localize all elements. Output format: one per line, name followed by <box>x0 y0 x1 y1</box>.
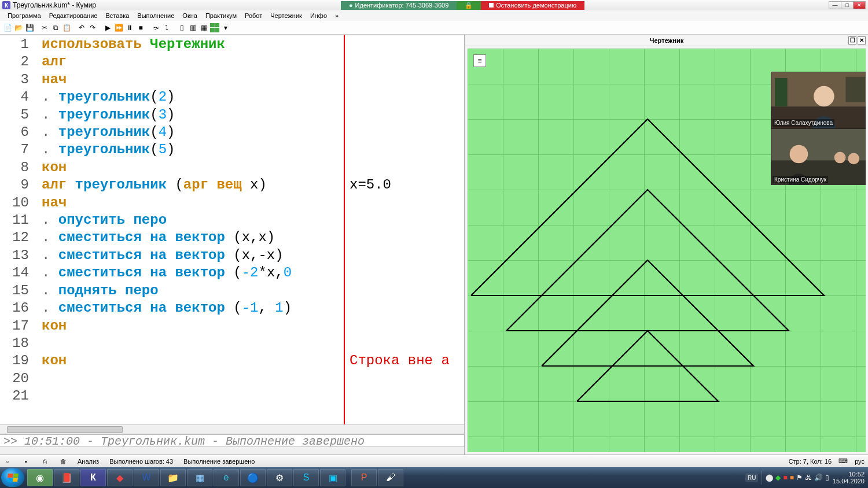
start-button[interactable] <box>1 468 24 487</box>
task-zoom[interactable]: ▣ <box>320 469 345 486</box>
tray-clock[interactable]: 10:52 15.04.2020 <box>833 471 865 485</box>
titlebar: К Треугольник.kum* - Кумир ●Идентификато… <box>0 0 868 10</box>
step-icon[interactable]: ⤼ <box>150 23 161 33</box>
stop-icon[interactable]: ■ <box>135 23 146 33</box>
main-area: 123456789101112131415161718192021 исполь… <box>0 35 868 454</box>
video-thumb-2[interactable]: Кристина Сидорчук <box>771 128 866 185</box>
menu-0[interactable]: Программа <box>3 11 45 20</box>
menu-2[interactable]: Вставка <box>101 11 133 20</box>
status-analysis: Анализ <box>78 458 99 465</box>
tray-icon-4[interactable]: ■ <box>790 474 794 482</box>
task-paint[interactable]: 🖌 <box>378 469 403 486</box>
taskbar: ◉ 📕 К ◆ W 📁 ▦ e 🔵 ⚙ S ▣ P 🖌 RU ⬤ ◆ ■ ■ ⚑… <box>0 467 868 488</box>
tray-icon-2[interactable]: ◆ <box>775 474 781 482</box>
console-hscrollbar[interactable] <box>0 446 464 454</box>
menu-3[interactable]: Выполнение <box>133 11 178 20</box>
editor-pane: 123456789101112131415161718192021 исполь… <box>0 35 465 454</box>
status-keyboard-icon[interactable]: ⌨ <box>838 457 848 465</box>
tray-battery-icon[interactable]: ▯ <box>825 474 829 482</box>
layout4-icon[interactable] <box>209 23 220 33</box>
cut-icon[interactable]: ✂ <box>39 23 50 33</box>
svg-rect-3 <box>845 77 865 102</box>
layout1-icon[interactable]: ▯ <box>176 23 187 33</box>
task-word[interactable]: W <box>134 469 159 486</box>
panel-title: Чертежник ❐ ✕ <box>465 35 868 46</box>
menu-9[interactable]: » <box>331 11 343 20</box>
menu-1[interactable]: Редактирование <box>45 11 102 20</box>
tray-volume-icon[interactable]: 🔊 <box>814 474 823 482</box>
save-file-icon[interactable]: 💾 <box>24 23 35 33</box>
copy-icon[interactable]: ⧉ <box>50 23 61 33</box>
tray-flag-icon[interactable]: ⚑ <box>796 474 803 482</box>
debug-values-column: x=5.0 Строка вне а <box>344 35 464 424</box>
drawer-panel: Чертежник ❐ ✕ ≡ Юлия Салахутдинова Крист… <box>465 35 868 454</box>
open-file-icon[interactable]: 📂 <box>13 23 24 33</box>
task-app-1[interactable]: ◉ <box>27 469 53 486</box>
undo-icon[interactable]: ↶ <box>76 23 87 33</box>
tray-icon-3[interactable]: ■ <box>783 474 787 482</box>
svg-point-8 <box>834 152 846 164</box>
task-skype[interactable]: S <box>293 469 319 486</box>
menu-6[interactable]: Робот <box>241 11 266 20</box>
maximize-button[interactable]: □ <box>841 1 854 9</box>
task-app-4[interactable]: ◆ <box>107 469 133 486</box>
stop-demo-button[interactable]: Остановить демонстрацию <box>481 1 584 10</box>
menu-4[interactable]: Окна <box>178 11 201 20</box>
task-explorer[interactable]: 📁 <box>160 469 186 486</box>
layout3-icon[interactable]: ▦ <box>198 23 209 33</box>
task-app-7[interactable]: ▦ <box>187 469 212 486</box>
task-ie[interactable]: e <box>214 469 239 486</box>
more-icon[interactable]: ▾ <box>220 23 231 33</box>
task-kumir[interactable]: К <box>80 469 106 486</box>
app-icon: К <box>2 1 10 9</box>
line-gutter: 123456789101112131415161718192021 <box>0 35 34 424</box>
step-into-icon[interactable]: ⤵ <box>161 23 172 33</box>
status-cursor: Стр: 7, Кол: 16 <box>789 458 832 465</box>
new-file-icon[interactable]: 📄 <box>2 23 13 33</box>
minimize-button[interactable]: — <box>829 1 841 9</box>
video-label-1: Юлия Салахутдинова <box>773 119 834 127</box>
task-app-10[interactable]: ⚙ <box>267 469 292 486</box>
toolbar: 📄 📂 💾 ✂ ⧉ 📋 ↶ ↷ ▶ ⏩ ⏸ ■ ⤼ ⤵ ▯ ▥ ▦ ▾ <box>0 21 868 35</box>
panel-close-icon[interactable]: ✕ <box>858 36 866 45</box>
tray-icon-1[interactable]: ⬤ <box>766 474 773 482</box>
sb-icon-3[interactable]: ⎙ <box>41 457 49 465</box>
sb-icon-4[interactable]: 🗑 <box>59 457 67 465</box>
svg-point-7 <box>790 145 808 164</box>
status-result: Выполнение завершено <box>183 458 255 465</box>
status-steps: Выполнено шагов: 43 <box>109 458 173 465</box>
sb-icon-1[interactable]: ▫ <box>3 457 12 465</box>
menubar: ПрограммаРедактированиеВставкаВыполнение… <box>0 10 868 21</box>
tray-icons[interactable]: ⬤ ◆ ■ ■ ⚑ 🖧 🔊 ▯ <box>766 474 829 482</box>
svg-point-9 <box>848 153 859 164</box>
console-output: >> 10:51:00 - Треугольник.kum - Выполнен… <box>0 434 464 446</box>
tray-network-icon[interactable]: 🖧 <box>805 474 812 482</box>
code-editor[interactable]: использовать Чертежникалгнач. треугольни… <box>34 35 344 424</box>
run-icon[interactable]: ▶ <box>102 23 113 33</box>
menu-8[interactable]: Инфо <box>306 11 331 20</box>
svg-point-2 <box>814 86 834 107</box>
task-app-2[interactable]: 📕 <box>54 469 79 486</box>
paste-icon[interactable]: 📋 <box>61 23 72 33</box>
video-label-2: Кристина Сидорчук <box>773 176 828 183</box>
editor-hscrollbar[interactable] <box>0 424 464 434</box>
run-fast-icon[interactable]: ⏩ <box>113 23 124 33</box>
panel-maximize-icon[interactable]: ❐ <box>848 36 856 45</box>
video-thumb-1[interactable]: Юлия Салахутдинова <box>771 72 866 128</box>
menu-5[interactable]: Практикум <box>201 11 241 20</box>
window-title: Треугольник.kum* - Кумир <box>13 1 96 9</box>
sb-icon-2[interactable]: ▪ <box>22 457 30 465</box>
menu-7[interactable]: Чертежник <box>266 11 306 20</box>
close-button[interactable]: ✕ <box>853 1 866 9</box>
canvas-menu-icon[interactable]: ≡ <box>473 54 486 67</box>
pause-icon[interactable]: ⏸ <box>124 23 135 33</box>
lock-icon: 🔒 <box>457 1 481 10</box>
task-chrome[interactable]: 🔵 <box>240 469 266 486</box>
svg-rect-4 <box>775 78 788 106</box>
layout2-icon[interactable]: ▥ <box>187 23 198 33</box>
tray-lang[interactable]: RU <box>745 474 758 482</box>
redo-icon[interactable]: ↷ <box>87 23 98 33</box>
meeting-id-badge: ●Идентификатор: 745-3069-3609 <box>341 1 457 10</box>
drawing-canvas[interactable]: ≡ Юлия Салахутдинова Кристина Сидорчук <box>468 49 866 452</box>
task-powerpoint[interactable]: P <box>351 469 377 486</box>
